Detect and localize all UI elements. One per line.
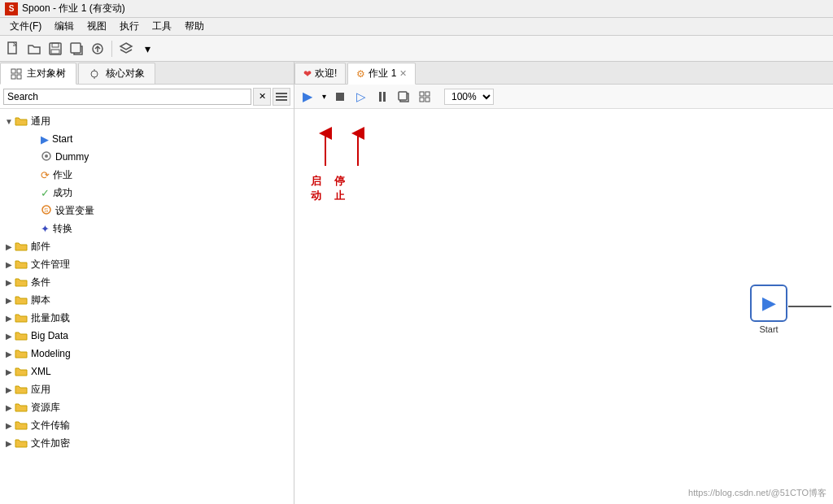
- tree-item-xml[interactable]: XML: [0, 363, 294, 380]
- tab-core-objects[interactable]: 核心对象: [78, 63, 155, 84]
- folder-icon-bulkload: [15, 311, 28, 324]
- tree-arrow-filemanage[interactable]: [3, 259, 15, 270]
- layers-dropdown[interactable]: ▾: [137, 39, 157, 59]
- canvas-toolbar: ▶ ▾ ▷ 100% 25% 50% 75% 150% 200%: [294, 85, 833, 109]
- tab-job1[interactable]: ⚙ 作业 1 ✕: [347, 63, 416, 85]
- menu-edit[interactable]: 编辑: [48, 18, 81, 35]
- tree-item-transform[interactable]: ✦ 转换: [0, 219, 294, 237]
- tree-label-xml: XML: [31, 366, 51, 377]
- tree-arrow-repo[interactable]: [3, 402, 15, 413]
- folder-icon-app: [15, 383, 28, 396]
- tree-item-fileencrypt[interactable]: 文件加密: [0, 434, 294, 452]
- svg-rect-25: [425, 98, 430, 102]
- tree-arrow-fileencrypt[interactable]: [3, 437, 15, 449]
- tree-item-start[interactable]: ▶ Start: [0, 130, 294, 148]
- main-toolbar: ▾: [0, 36, 833, 62]
- new-button[interactable]: [3, 39, 23, 59]
- tree-item-mail[interactable]: 邮件: [0, 237, 294, 255]
- tree-label-dummy: Dummy: [55, 151, 89, 163]
- tree-arrow-bulkload[interactable]: [3, 312, 15, 324]
- menu-bar: 文件(F) 编辑 视图 执行 工具 帮助: [0, 18, 833, 36]
- tree-item-dummy[interactable]: Dummy: [0, 148, 294, 166]
- tree-item-bigdata[interactable]: Big Data: [0, 327, 294, 345]
- tree-label-repo: 资源库: [31, 401, 60, 415]
- svg-point-10: [91, 71, 98, 77]
- tree-arrow-modeling[interactable]: [3, 348, 15, 359]
- menu-run[interactable]: 执行: [113, 18, 146, 35]
- tree-item-app[interactable]: 应用: [0, 380, 294, 398]
- tree-label-script: 脚本: [31, 293, 50, 307]
- pause-button[interactable]: [373, 87, 392, 106]
- tree-item-success[interactable]: ✓ 成功: [0, 184, 294, 202]
- tree-item-filetransfer[interactable]: 文件传输: [0, 416, 294, 434]
- folder-icon-modeling: [15, 347, 28, 360]
- tree-item-condition[interactable]: 条件: [0, 273, 294, 291]
- tab-job1-close[interactable]: ✕: [399, 68, 407, 79]
- grid-button[interactable]: [415, 87, 434, 106]
- folder-icon-filemanage: [15, 258, 28, 271]
- layers-button[interactable]: [116, 39, 136, 59]
- tree-arrow-filetransfer[interactable]: [3, 419, 15, 431]
- tree-item-setvariable[interactable]: S 设置变量: [0, 202, 294, 219]
- search-options-button[interactable]: [273, 88, 290, 106]
- tree-label-bulkload: 批量加载: [31, 311, 70, 325]
- annotation-stop-label: 停止: [334, 174, 345, 203]
- tree-label-start: Start: [52, 133, 72, 145]
- tree-item-root[interactable]: 通用: [0, 112, 294, 130]
- tree-arrow-mail[interactable]: [3, 241, 15, 252]
- tab-welcome-label: 欢迎!: [315, 67, 337, 80]
- save-button[interactable]: [46, 39, 65, 59]
- export-button[interactable]: [88, 39, 107, 59]
- play-dropdown[interactable]: ▾: [319, 87, 329, 106]
- tab-welcome[interactable]: ❤ 欢迎!: [294, 63, 346, 84]
- tree-arrow-start: [29, 133, 41, 145]
- menu-view[interactable]: 视图: [81, 18, 113, 35]
- right-panel: ❤ 欢迎! ⚙ 作业 1 ✕ ▶ ▾ ▷ 100%: [294, 62, 833, 504]
- tree-item-job[interactable]: ⟳ 作业: [0, 166, 294, 184]
- tree-arrow-root[interactable]: [3, 115, 15, 127]
- folder-icon: [15, 115, 28, 128]
- tree-arrow-job: [29, 169, 41, 180]
- tree-arrow-bigdata[interactable]: [3, 330, 15, 341]
- tree-item-modeling[interactable]: Modeling: [0, 345, 294, 363]
- save-run-button[interactable]: [394, 87, 413, 106]
- tree-label-filemanage: 文件管理: [31, 258, 70, 272]
- play-remote-button[interactable]: ▷: [351, 87, 371, 106]
- tree-item-repo[interactable]: 资源库: [0, 398, 294, 416]
- menu-tools[interactable]: 工具: [146, 18, 178, 35]
- tree-item-script[interactable]: 脚本: [0, 291, 294, 309]
- annotation-start-label: 启动: [311, 174, 321, 203]
- svg-rect-3: [51, 50, 59, 54]
- tree-arrow-condition[interactable]: [3, 276, 15, 288]
- menu-help[interactable]: 帮助: [178, 18, 211, 35]
- tab-main-objects[interactable]: 主对象树: [0, 63, 76, 85]
- tree-arrow-xml[interactable]: [3, 366, 15, 377]
- tree-arrow-script[interactable]: [3, 294, 15, 306]
- folder-icon-filetransfer: [15, 419, 28, 432]
- job1-icon: ⚙: [356, 68, 365, 80]
- search-input[interactable]: [3, 89, 251, 105]
- tree-label-modeling: Modeling: [31, 348, 71, 359]
- title-bar: S Spoon - 作业 1 (有变动): [0, 0, 833, 18]
- folder-icon-xml: [15, 365, 28, 378]
- node-start-label: Start: [759, 324, 778, 334]
- svg-rect-23: [425, 92, 430, 96]
- tree-item-filemanage[interactable]: 文件管理: [0, 255, 294, 273]
- tab-job1-label: 作业 1: [369, 67, 396, 80]
- right-tab-bar: ❤ 欢迎! ⚙ 作业 1 ✕: [294, 62, 833, 85]
- menu-file[interactable]: 文件(F): [3, 18, 48, 35]
- svg-rect-21: [399, 92, 407, 100]
- tree-item-bulkload[interactable]: 批量加载: [0, 309, 294, 327]
- save-as-button[interactable]: [67, 39, 86, 59]
- search-clear-button[interactable]: ✕: [253, 88, 271, 106]
- tree-arrow-app[interactable]: [3, 384, 15, 395]
- folder-icon-script: [15, 293, 28, 306]
- play-button[interactable]: ▶: [298, 87, 317, 106]
- zoom-select[interactable]: 100% 25% 50% 75% 150% 200%: [444, 89, 494, 105]
- transform-icon: ✦: [41, 223, 50, 235]
- node-start-icon: ▶: [762, 293, 776, 314]
- open-button[interactable]: [24, 39, 44, 59]
- node-start[interactable]: ▶ Start: [750, 285, 787, 334]
- stop-button[interactable]: [330, 87, 350, 106]
- node-start-box[interactable]: ▶: [750, 285, 787, 322]
